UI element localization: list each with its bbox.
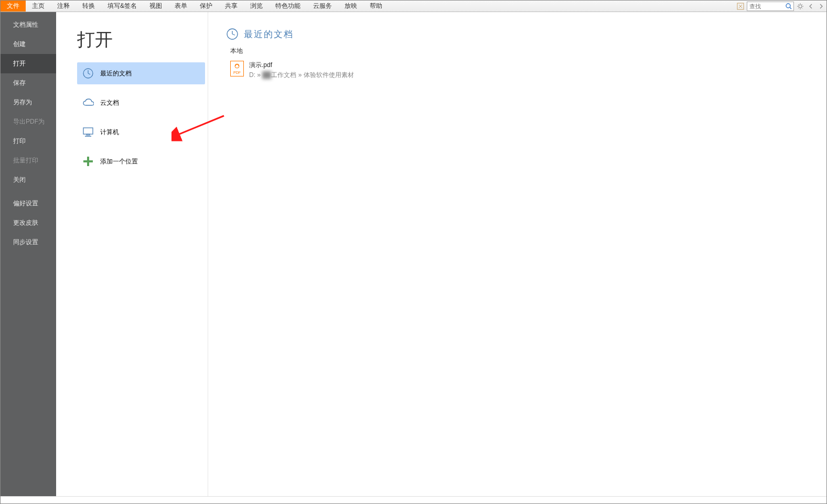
nav-prev-icon[interactable] [807,2,815,10]
nav-next-icon[interactable] [817,2,825,10]
pdf-file-icon: PDF [230,61,244,76]
svg-line-10 [802,4,803,5]
plus-icon [82,156,94,167]
computer-icon [82,126,94,138]
settings-gear-icon[interactable] [796,2,804,10]
recent-documents-panel: 最近的文档 本地 PDF演示.pdfD: » ██工作文档 » 体验软件使用素材 [208,12,826,496]
svg-rect-15 [83,128,93,134]
svg-line-14 [88,73,90,74]
menu-tab-4[interactable]: 填写&签名 [101,1,143,12]
sidebar-item-6[interactable]: 打印 [1,132,56,151]
recent-file-path: D: » ██工作文档 » 体验软件使用素材 [249,71,354,80]
clock-icon [226,28,239,40]
quick-find-icon[interactable] [736,2,745,10]
sidebar-item-8[interactable]: 关闭 [1,170,56,190]
sidebar-item-3[interactable]: 保存 [1,73,56,93]
source-item-clock[interactable]: 最近的文档 [77,62,205,84]
source-item-plus[interactable]: 添加一个位置 [77,150,205,172]
sidebar-item-9[interactable]: 偏好设置 [1,194,56,213]
svg-point-3 [799,5,802,8]
recent-documents-title: 最近的文档 [244,28,294,40]
svg-line-9 [802,7,803,8]
sidebar-item-11[interactable]: 同步设置 [1,233,56,252]
sidebar-item-4[interactable]: 另存为 [1,93,56,112]
sidebar-item-0[interactable]: 文档属性 [1,15,56,35]
sidebar-item-5: 导出PDF为 [1,112,56,132]
sidebar-item-1[interactable]: 创建 [1,35,56,54]
menu-tab-13[interactable]: 帮助 [363,1,389,12]
menu-tab-9[interactable]: 浏览 [244,1,269,12]
svg-line-23 [232,34,235,35]
source-item-label: 添加一个位置 [100,157,138,166]
search-box[interactable] [747,2,794,11]
menu-tab-10[interactable]: 特色功能 [269,1,307,12]
search-input[interactable] [747,3,784,9]
menu-tab-8[interactable]: 共享 [219,1,244,12]
svg-line-11 [798,7,799,8]
svg-rect-16 [87,134,90,135]
open-sources-column: 打开 最近的文档云文档计算机添加一个位置 [56,12,208,496]
menu-tab-0[interactable]: 文件 [1,1,26,12]
sidebar-item-10[interactable]: 更改皮肤 [1,213,56,233]
clock-icon [82,68,94,79]
menu-tab-1[interactable]: 主页 [26,1,51,12]
svg-line-2 [790,7,791,9]
menu-tab-11[interactable]: 云服务 [307,1,338,12]
menu-tab-6[interactable]: 表单 [168,1,194,12]
file-sidebar: 文档属性创建打开保存另存为导出PDF为打印批量打印关闭偏好设置更改皮肤同步设置 [1,12,56,496]
menu-tab-2[interactable]: 注释 [51,1,76,12]
source-item-cloud[interactable]: 云文档 [77,92,205,114]
menu-tab-12[interactable]: 放映 [338,1,363,12]
source-item-computer[interactable]: 计算机 [77,121,205,143]
top-menu-bar: 文件主页注释转换填写&签名视图表单保护共享浏览特色功能云服务放映帮助 [1,1,826,12]
local-section-label: 本地 [230,47,826,56]
recent-file-name: 演示.pdf [249,61,354,70]
status-bar [1,496,826,503]
cloud-icon [82,97,94,108]
svg-point-1 [786,4,790,8]
source-item-label: 云文档 [100,98,119,107]
sidebar-item-7: 批量打印 [1,151,56,170]
menu-tab-3[interactable]: 转换 [76,1,101,12]
sidebar-item-2[interactable]: 打开 [1,54,56,73]
menu-tab-7[interactable]: 保护 [194,1,219,12]
svg-rect-19 [83,160,93,162]
source-item-label: 最近的文档 [100,69,132,78]
recent-file-row[interactable]: PDF演示.pdfD: » ██工作文档 » 体验软件使用素材 [226,59,826,82]
search-icon[interactable] [784,2,793,11]
menu-tab-5[interactable]: 视图 [143,1,168,12]
page-title: 打开 [77,28,208,52]
svg-line-8 [798,4,799,5]
source-item-label: 计算机 [100,128,119,137]
